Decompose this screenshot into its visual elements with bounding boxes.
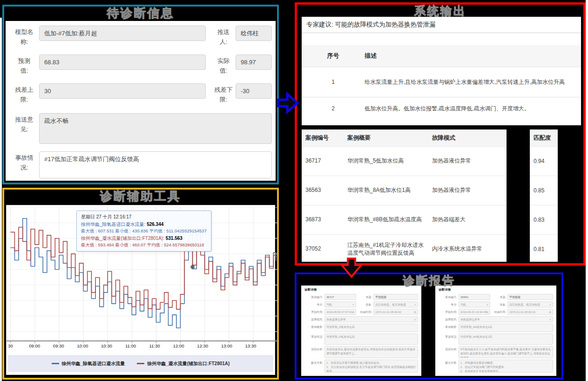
residual-lower-input[interactable]: -30: [236, 83, 272, 99]
seq-column-header: 序号: [302, 52, 365, 60]
detail-field-row: 案例编号:36717来源:早期预警: [304, 294, 418, 300]
pending-form: 模型名称: 低加-#7低加:蔡月超 推送人: 稔伟柱 预测值: 68.83 实际…: [6, 21, 276, 181]
model-name-label: 模型名称:: [13, 26, 35, 47]
detail-input[interactable]: 高压加热器、低压加热器∨: [507, 301, 553, 307]
case-row[interactable]: 36563华润常熟_8A低加水位1高加热器液位异常: [302, 176, 507, 205]
detail-input[interactable]: 1970-01-01 08:00:00⊞: [373, 309, 418, 315]
detail-textarea[interactable]: 华润常熟_5低加水位高: [324, 333, 418, 345]
x-axis-tick-label: 11:30: [149, 343, 160, 348]
push-opinion-textarea[interactable]: 疏水不畅: [39, 113, 272, 144]
field-label: 原因分析:: [304, 346, 324, 352]
system-panel-title: 系统输出: [297, 3, 583, 19]
detail-textarea[interactable]: 华润常熟_5低加水位高: [324, 324, 418, 332]
x-axis-tick-label: 30: [8, 343, 13, 348]
detail-select[interactable]: 加热器液位异常∨: [459, 316, 553, 322]
detail-textarea[interactable]: 1、控制凝结水量波动幅度。 2、优化正常疏水阀门调节控制逻辑。 3、考虑改造扩大…: [459, 360, 553, 373]
detail-field-row: 开始时间:2019-08-03 07:07:01⊞结束时间:1970-01-01…: [304, 309, 418, 315]
detail-input[interactable]: 高压加热器、低压加热器∨: [373, 301, 418, 307]
description-text: 低加水位升高。低加水位报警,疏水温度降低,疏水调门、开度增大。: [365, 105, 581, 113]
x-axis-tick-label: 12:00: [173, 343, 184, 348]
detail-textarea[interactable]: 华润常熟_8A低加水位1高: [459, 333, 553, 345]
case-table-body: 36717华润常熟_5低加水位高加热器液位异常36563华润常熟_8A低加水位1…: [302, 146, 507, 264]
fault-mode-header: 故障模式: [428, 134, 507, 142]
detail-select[interactable]: 加热器液位异常∨: [324, 316, 418, 322]
case-id-header: 案例编号: [302, 134, 344, 142]
field-label: 故障模式:: [439, 316, 459, 322]
detail-input[interactable]: 2019-06-23 14:30:45⊞: [459, 309, 490, 315]
field-label: 设备:: [356, 301, 373, 307]
detail-field-row: 开始时间:2019-06-23 14:30:45⊞结束时间:1970-01-01…: [439, 309, 553, 315]
detail-card-title: 诊断详情: [304, 288, 418, 292]
detail-textarea[interactable]: 负荷快速变化,凝结水流量快速变化,导致低加水位快速波动,低加正常疏水调节阀调节速…: [324, 346, 418, 358]
chevron-down-icon: ∨: [414, 318, 416, 322]
case-summary: 华润常熟_#8B低加疏水温度高: [344, 216, 428, 224]
x-axis-tick-label: 09:00: [29, 343, 40, 348]
calendar-icon: ⊞: [549, 310, 551, 314]
calendar-icon: ⊞: [414, 310, 416, 314]
case-table-header: 案例编号 案例概要 故障模式: [302, 129, 507, 146]
case-id: 36873: [302, 216, 344, 224]
diagnosis-detail-card: 诊断详情案例编号:36717来源:早期预警专业:汽机∨设备:高压加热器、低压加热…: [301, 286, 421, 376]
detail-input[interactable]: 早期预警: [507, 294, 553, 300]
case-row[interactable]: 37052江苏南热_#1机定子冷却水进水温度气动调节阀位置反馈高内冷水系统水温异…: [302, 234, 507, 264]
form-row-residuals: 残差上限: 30 残差下限: -30: [13, 83, 272, 105]
detail-textarea[interactable]: 1、负荷变化尽量平缓调整,减少凝结水波动。 2、关注低加水位跟踪情况,若正常疏水…: [324, 360, 418, 373]
detail-field-row: 专业:汽机∨设备:高压加热器、低压加热器∨: [304, 301, 418, 307]
field-label: 设备:: [490, 301, 507, 307]
case-row[interactable]: 36717华润常熟_5低加水位高加热器液位异常: [302, 146, 507, 176]
detail-textarea[interactable]: 8号低加疏水压力小,处于低加进汽和疏水量不够,疏水量大,当凝结水量变化较快时,疏…: [459, 346, 553, 358]
form-row-model: 模型名称: 低加-#7低加:蔡月超 推送人: 稔伟柱: [13, 26, 272, 47]
tooltip-series1-stats: 最大值 : 607.531 最小值 : 430.836 平均值 : 511.04…: [81, 228, 207, 235]
match-score-value: 0.94: [530, 146, 558, 176]
case-summary: 华润常熟_5低加水位高: [344, 157, 428, 165]
pending-panel-title: 待诊断信息: [4, 5, 277, 21]
legend-line-icon: [52, 363, 59, 364]
x-axis-labels: 3009:0009:3010:0010:3011:0011:3012:0012:…: [7, 343, 275, 350]
detail-input[interactable]: 汽机∨: [459, 301, 490, 307]
predicted-input[interactable]: 68.83: [39, 54, 206, 70]
pusher-input[interactable]: 稔伟柱: [236, 26, 272, 41]
detail-field-row: 案例概要:华润常熟_5低加水位高: [304, 324, 418, 332]
case-table-card: 案例编号 案例概要 故障模式 36717华润常熟_5低加水位高加热器液位异常36…: [302, 129, 507, 262]
case-fault-mode: 加热器液位异常: [428, 186, 507, 194]
field-label: 结束时间:: [356, 309, 373, 314]
residual-upper-input[interactable]: 30: [39, 83, 206, 99]
detail-input[interactable]: 36717: [324, 294, 356, 300]
match-score-value: 0.81: [530, 234, 558, 264]
detail-input[interactable]: 汽机∨: [324, 301, 356, 307]
detail-input[interactable]: 2019-08-03 07:07:01⊞: [324, 309, 356, 315]
match-score-value: 0.85: [530, 176, 558, 205]
residual-upper-label: 残差上限:: [13, 83, 35, 105]
legend-item[interactable]: 徐州华鑫_除氧器进口凝水流量: [52, 361, 125, 367]
detail-input[interactable]: 早期预警: [373, 294, 418, 300]
detail-input[interactable]: 1970-01-01 08:00:00⊞: [507, 309, 553, 315]
model-name-input[interactable]: 低加-#7低加:蔡月超: [39, 26, 206, 41]
case-id: 36563: [302, 186, 344, 194]
match-score-card: 匹配度 0.940.850.830.81: [530, 129, 558, 262]
detail-card-title: 诊断详情: [439, 288, 553, 292]
chevron-down-icon: ∨: [352, 303, 354, 307]
field-label: 故障模式:: [304, 316, 324, 322]
legend-item[interactable]: 徐州华鑫_凝水流量(辅加出口:FT2801A): [137, 361, 230, 367]
case-summary: 江苏南热_#1机定子冷却水进水温度气动调节阀位置反馈高: [344, 241, 428, 258]
chevron-down-icon: ∨: [414, 303, 416, 307]
field-label: 事故情况:: [304, 333, 324, 339]
diagnosis-report-panel: 诊断报告 诊断详情案例编号:36717来源:早期预警专业:汽机∨设备:高压加热器…: [295, 272, 563, 380]
case-row[interactable]: 36873华润常熟_#8B低加疏水温度高加热器端差大: [302, 205, 507, 234]
x-axis-tick-label: 10:30: [101, 343, 112, 348]
form-row-accident: 事故情况: #17低加正常疏水调节门阀位反馈高: [13, 151, 272, 178]
form-row-values: 预测值: 68.83 实际值: 98.97: [13, 54, 272, 76]
detail-textarea[interactable]: 华润常熟_8A低加水位1高: [459, 324, 553, 332]
match-score-header: 匹配度: [530, 129, 558, 146]
detail-field-row: 专业:汽机∨设备:高压加热器、低压加热器∨: [439, 301, 553, 307]
trend-chart[interactable]: 3009:0009:3010:0010:3011:0011:3012:0012:…: [6, 205, 275, 375]
tooltip-series2: 徐州华鑫_凝水流量(辅加出口:FT2801A): 531.563: [81, 235, 207, 242]
legend-label: 徐州华鑫_除氧器进口凝水流量: [62, 361, 125, 367]
actual-input[interactable]: 98.97: [236, 54, 272, 70]
field-label: 专业:: [304, 301, 324, 307]
detail-input[interactable]: 36563: [459, 294, 490, 300]
accident-textarea[interactable]: #17低加正常疏水调节门阀位反馈高: [39, 151, 272, 178]
pending-diagnosis-panel: 待诊断信息 模型名称: 低加-#7低加:蔡月超 推送人: 稔伟柱 预测值: 68…: [2, 5, 279, 184]
case-summary: 华润常熟_8A低加水位1高: [344, 186, 428, 194]
field-label: 案例编号:: [304, 294, 324, 299]
